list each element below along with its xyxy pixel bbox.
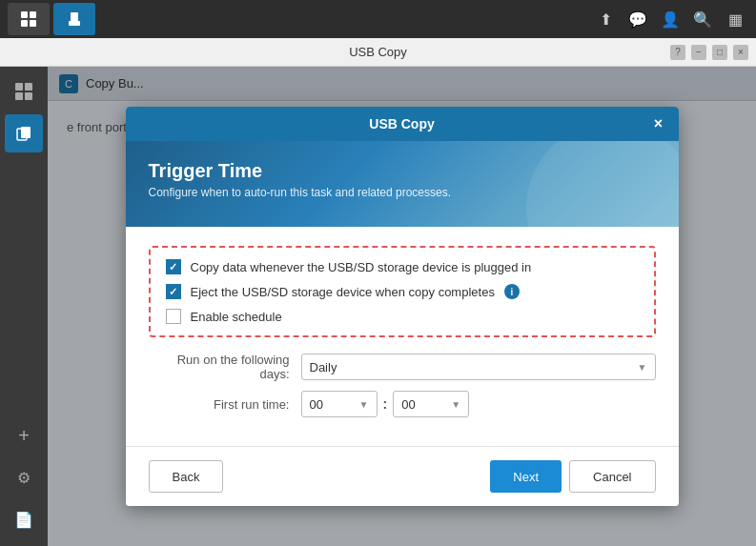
upload-icon[interactable]: ⬆ [592, 6, 619, 32]
sidebar-item-apps[interactable] [5, 72, 43, 111]
side-nav: + ⚙ 📄 [0, 67, 48, 546]
sidebar-item-copy[interactable] [5, 114, 43, 152]
chat-icon[interactable]: 💬 [624, 6, 651, 32]
back-button[interactable]: Back [149, 460, 224, 493]
dialog-close-button[interactable]: × [648, 113, 669, 134]
checkbox-schedule[interactable] [166, 309, 181, 324]
checkbox-eject-label: Eject the USB/SD storage device when cop… [191, 285, 495, 299]
checkbox-row-eject: Eject the USB/SD storage device when cop… [166, 284, 639, 299]
dialog-body: Copy data whenever the USB/SD storage de… [126, 227, 679, 446]
time-select-group: 00 ▼ : 00 ▼ [301, 391, 470, 417]
sidebar-item-settings[interactable]: ⚙ [5, 458, 43, 496]
next-button[interactable]: Next [490, 460, 562, 493]
info-icon[interactable]: i [504, 284, 520, 299]
dialog-heading: Trigger Time [149, 160, 656, 182]
hour-select-arrow: ▼ [359, 399, 369, 410]
dialog-subtext: Configure when to auto-run this task and… [149, 186, 656, 199]
window-controls: ? − □ × [670, 45, 748, 60]
svg-rect-0 [21, 11, 28, 18]
form-label-days: Run on the following days: [149, 353, 301, 381]
side-nav-bottom: + ⚙ 📄 [5, 416, 43, 546]
taskbar-usb-button[interactable] [53, 3, 95, 35]
minimize-button[interactable]: − [691, 45, 706, 60]
svg-rect-12 [21, 127, 31, 138]
checkbox-copy-on-plug[interactable] [166, 259, 181, 274]
form-label-time: First run time: [149, 397, 301, 412]
form-row-time: First run time: 00 ▼ : 00 ▼ [149, 391, 656, 417]
checkbox-row-schedule: Enable schedule [166, 309, 639, 324]
svg-rect-6 [72, 17, 76, 19]
grid-icon[interactable]: ▦ [722, 6, 748, 32]
help-button[interactable]: ? [670, 45, 685, 60]
minute-select[interactable]: 00 ▼ [393, 391, 469, 417]
dialog: USB Copy × Trigger Time Configure when t… [126, 107, 679, 506]
svg-rect-10 [25, 92, 32, 100]
modal-overlay: USB Copy × Trigger Time Configure when t… [48, 67, 756, 546]
svg-rect-2 [21, 20, 28, 27]
sidebar-item-add[interactable]: + [5, 416, 43, 455]
minute-select-arrow: ▼ [451, 399, 460, 410]
close-button[interactable]: × [733, 45, 748, 60]
title-bar: USB Copy ? − □ × [0, 38, 756, 67]
days-select-wrapper: Daily ▼ [301, 354, 656, 380]
checkbox-copy-on-plug-label: Copy data whenever the USB/SD storage de… [191, 260, 532, 274]
maximize-button[interactable]: □ [712, 45, 727, 60]
title-bar-text: USB Copy [349, 45, 407, 59]
main-content: C Copy Bu... e front port USB Copy × Tri… [48, 67, 756, 546]
checkbox-schedule-label: Enable schedule [191, 310, 282, 324]
cancel-button[interactable]: Cancel [569, 460, 655, 493]
svg-rect-8 [25, 83, 32, 91]
svg-rect-7 [15, 83, 23, 91]
dialog-footer: Back Next Cancel [126, 446, 679, 506]
svg-rect-1 [30, 11, 36, 18]
hour-select[interactable]: 00 ▼ [301, 391, 378, 417]
taskbar-apps-button[interactable] [8, 3, 50, 35]
checkbox-eject[interactable] [166, 284, 181, 299]
taskbar-top: ⬆ 💬 👤 🔍 ▦ [0, 0, 756, 38]
time-colon: : [383, 396, 388, 412]
checkbox-row-copy-on-plug: Copy data whenever the USB/SD storage de… [166, 259, 639, 274]
days-select-arrow: ▼ [638, 362, 647, 373]
svg-rect-5 [69, 21, 80, 26]
app-body: + ⚙ 📄 C Copy Bu... e front port USB Copy… [0, 67, 756, 546]
taskbar-right-icons: ⬆ 💬 👤 🔍 ▦ [592, 6, 748, 32]
dialog-titlebar: USB Copy × [126, 107, 679, 141]
footer-right-buttons: Next Cancel [490, 460, 655, 493]
sidebar-item-log[interactable]: 📄 [5, 500, 43, 538]
dialog-title: USB Copy [369, 116, 434, 131]
days-select[interactable]: Daily ▼ [301, 354, 656, 380]
form-row-days: Run on the following days: Daily ▼ [149, 353, 656, 381]
options-box: Copy data whenever the USB/SD storage de… [149, 246, 656, 337]
search-icon[interactable]: 🔍 [689, 6, 716, 32]
svg-rect-3 [30, 20, 36, 27]
dialog-header: Trigger Time Configure when to auto-run … [126, 141, 679, 227]
user-icon[interactable]: 👤 [657, 6, 684, 32]
svg-rect-9 [15, 92, 23, 100]
